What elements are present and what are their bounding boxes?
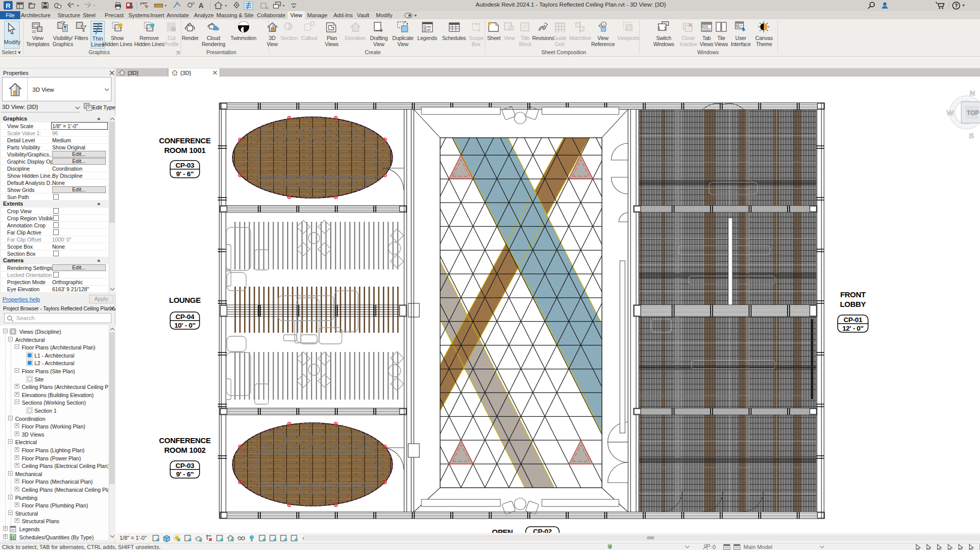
- svg-text:LOBBY: LOBBY: [840, 300, 866, 308]
- svg-text:9' - 6": 9' - 6": [176, 470, 194, 478]
- svg-text:?: ?: [955, 3, 958, 9]
- svg-text:N: N: [970, 89, 975, 97]
- svg-text:FRONT: FRONT: [840, 290, 866, 299]
- svg-text:9' - 6": 9' - 6": [176, 170, 194, 178]
- svg-text:O: O: [192, 2, 195, 5]
- svg-text:CP-04: CP-04: [176, 313, 195, 321]
- svg-text:CP-03: CP-03: [176, 162, 195, 169]
- svg-text:12' - 0": 12' - 0": [842, 325, 864, 332]
- svg-text:CP-01: CP-01: [844, 316, 863, 324]
- svg-text:10' - 0": 10' - 0": [174, 322, 195, 329]
- svg-text:LOUNGE: LOUNGE: [169, 296, 201, 304]
- svg-text:R: R: [6, 2, 11, 10]
- svg-text:CP-03: CP-03: [176, 462, 195, 469]
- svg-text:CP-02: CP-02: [533, 528, 552, 533]
- svg-text:TOP: TOP: [967, 109, 979, 116]
- svg-text:W: W: [947, 108, 954, 117]
- svg-text:CONFERENCE: CONFERENCE: [159, 436, 211, 445]
- svg-text:ROOM 1001: ROOM 1001: [164, 146, 206, 154]
- svg-text:OPEN: OPEN: [492, 528, 513, 533]
- svg-text:A: A: [199, 2, 204, 10]
- svg-text:ROOM 1002: ROOM 1002: [164, 446, 206, 454]
- svg-text:CONFERENCE: CONFERENCE: [159, 136, 211, 145]
- svg-text:S: S: [969, 131, 974, 140]
